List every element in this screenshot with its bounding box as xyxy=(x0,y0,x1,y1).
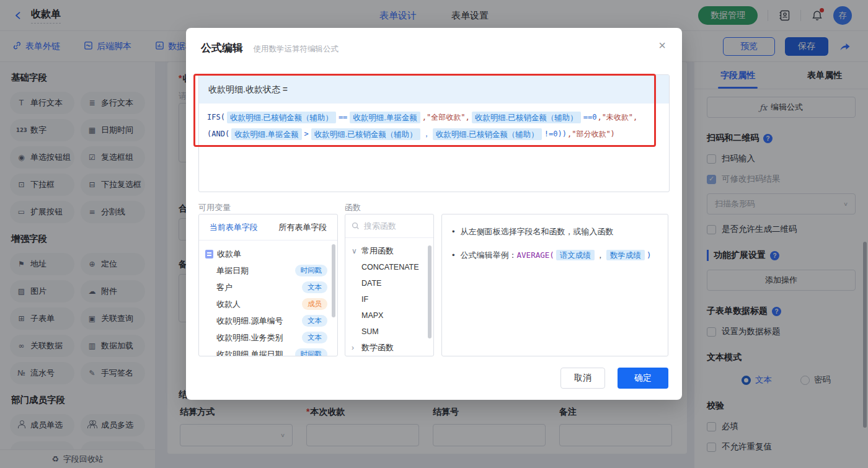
variable-客户[interactable]: 客户文本 xyxy=(205,279,332,296)
chevron-expanded-icon: ∨ xyxy=(352,247,358,255)
cancel-button[interactable]: 取消 xyxy=(560,368,605,389)
example-function: AVERAGE( xyxy=(517,250,554,260)
type-badge: 时间戳 xyxy=(295,348,328,356)
functions-section-label: 函数 xyxy=(345,202,361,213)
variable-name: 收款明细.单据日期 xyxy=(216,349,283,357)
example-field-chip: 数学成绩 xyxy=(606,250,645,260)
formula-str-token: ,"全部收款", xyxy=(422,113,470,121)
formula-field-token[interactable]: 收款明细.已核销金额（辅助） xyxy=(433,128,542,140)
formula-op-token: > xyxy=(304,130,309,138)
scrollbar[interactable] xyxy=(428,245,432,338)
variable-收款明细.业务类别[interactable]: 收款明细.业务类别文本 xyxy=(205,329,332,346)
function-SUM[interactable]: SUM xyxy=(352,324,430,340)
formula-line: (AND(收款明细.单据金额>收款明细.已核销金额（辅助），收款明细.已核销金额… xyxy=(207,126,661,143)
variable-name: 收款明细.业务类别 xyxy=(216,332,283,343)
app-root: 收款单 表单设计表单设置 数据管理 存 表单外链后端脚本数据权限 预览 xyxy=(0,0,868,468)
variable-收款明细.单据日期[interactable]: 收款明细.单据日期时间戳 xyxy=(205,346,332,356)
variable-name: 单据日期 xyxy=(216,265,249,276)
variable-name: 客户 xyxy=(216,282,232,293)
variable-name: 收款人 xyxy=(216,299,241,310)
variables-section-label: 可用变量 xyxy=(198,202,231,213)
type-badge: 文本 xyxy=(302,281,327,293)
function-search-input[interactable]: 搜索函数 xyxy=(345,214,433,238)
type-badge: 时间戳 xyxy=(295,265,328,276)
variable-root-label: 收款单 xyxy=(217,249,241,260)
type-badge: 文本 xyxy=(302,315,327,327)
search-icon xyxy=(352,222,360,230)
function-CONCATENATE[interactable]: CONCATENATE xyxy=(352,259,430,275)
formula-kw-token: IFS( xyxy=(207,113,225,121)
search-placeholder: 搜索函数 xyxy=(364,221,396,232)
tip-line-example: • 公式编辑举例：AVERAGE(语文成绩，数学成绩) xyxy=(452,249,658,262)
variables-panel: 当前表单字段所有表单字段 收款单单据日期时间戳客户文本收款人成员收款明细.源单编… xyxy=(198,214,338,356)
formula-op-token: !=0)) xyxy=(544,130,567,138)
formula-expression: IFS(收款明细.已核销金额（辅助）==收款明细.单据金额,"全部收款",收款明… xyxy=(199,104,669,148)
variable-单据日期[interactable]: 单据日期时间戳 xyxy=(205,262,332,279)
function-group-label: 常用函数 xyxy=(361,245,394,257)
formula-str-token: ,"未收款", xyxy=(597,113,637,121)
formula-editor-modal: 公式编辑 使用数学运算符编辑公式 × 收款明细.收款状态 = IFS(收款明细.… xyxy=(186,28,682,400)
chevron-collapsed-icon: › xyxy=(352,343,358,352)
formula-line: IFS(收款明细.已核销金额（辅助）==收款明细.单据金额,"全部收款",收款明… xyxy=(207,109,661,126)
variables-tabs: 当前表单字段所有表单字段 xyxy=(199,214,337,241)
formula-kw-token: (AND( xyxy=(207,130,229,138)
variable-收款人[interactable]: 收款人成员 xyxy=(205,296,332,312)
modal-subtitle: 使用数学运算符编辑公式 xyxy=(253,45,339,53)
formula-field-token[interactable]: 收款明细.已核销金额（辅助） xyxy=(227,112,336,123)
tab-所有表单字段[interactable]: 所有表单字段 xyxy=(268,214,338,240)
formula-str-token: ,"部分收款") xyxy=(567,130,615,138)
function-DATE[interactable]: DATE xyxy=(352,275,430,291)
function-IF[interactable]: IF xyxy=(352,291,430,307)
function-group-常用函数[interactable]: ∨常用函数 xyxy=(352,243,430,259)
confirm-button[interactable]: 确定 xyxy=(618,368,668,389)
formula-field-token[interactable]: 收款明细.已核销金额（辅助） xyxy=(311,128,420,140)
formula-op-token: ， xyxy=(423,130,430,138)
variables-list: 收款单单据日期时间戳客户文本收款人成员收款明细.源单编号文本收款明细.业务类别文… xyxy=(199,241,337,356)
example-field-chip: 语文成绩 xyxy=(556,250,595,260)
close-icon[interactable]: × xyxy=(658,39,666,51)
functions-panel: 搜索函数 ∨常用函数CONCATENATEDATEIFMAPXSUM›数学函数›… xyxy=(345,214,434,356)
function-tree: ∨常用函数CONCATENATEDATEIFMAPXSUM›数学函数›文本函数 xyxy=(345,238,433,356)
formula-field-token[interactable]: 收款明细.单据金额 xyxy=(231,128,301,140)
modal-header: 公式编辑 使用数学运算符编辑公式 × xyxy=(186,28,682,64)
function-MAPX[interactable]: MAPX xyxy=(352,307,430,324)
function-group-label: 数学函数 xyxy=(361,342,394,353)
modal-footer: 取消 确定 xyxy=(560,368,668,389)
type-badge: 成员 xyxy=(302,298,327,310)
tips-panel: •从左侧面板选择字段名和函数，或输入函数 • 公式编辑举例：AVERAGE(语文… xyxy=(441,214,668,356)
tab-当前表单字段[interactable]: 当前表单字段 xyxy=(199,214,268,240)
variable-收款明细.源单编号[interactable]: 收款明细.源单编号文本 xyxy=(205,312,332,329)
function-group-数学函数[interactable]: ›数学函数 xyxy=(352,340,430,356)
modal-title: 公式编辑 xyxy=(201,42,243,54)
type-badge: 文本 xyxy=(302,332,327,343)
scrollbar[interactable] xyxy=(332,244,335,317)
tip-line: •从左侧面板选择字段名和函数，或输入函数 xyxy=(452,226,658,239)
formula-op-token: ==0 xyxy=(583,113,597,121)
form-doc-icon xyxy=(205,250,213,258)
formula-field-token[interactable]: 收款明细.已核销金额（辅助） xyxy=(472,112,581,123)
variable-root-收款单[interactable]: 收款单 xyxy=(205,245,332,262)
formula-op-token: == xyxy=(339,113,347,121)
formula-editor-area[interactable]: 收款明细.收款状态 = IFS(收款明细.已核销金额（辅助）==收款明细.单据金… xyxy=(198,74,670,192)
formula-target: 收款明细.收款状态 = xyxy=(199,75,669,104)
function-group-文本函数[interactable]: ›文本函数 xyxy=(352,356,430,356)
formula-field-token[interactable]: 收款明细.单据金额 xyxy=(350,112,420,123)
variable-name: 收款明细.源单编号 xyxy=(216,316,283,327)
